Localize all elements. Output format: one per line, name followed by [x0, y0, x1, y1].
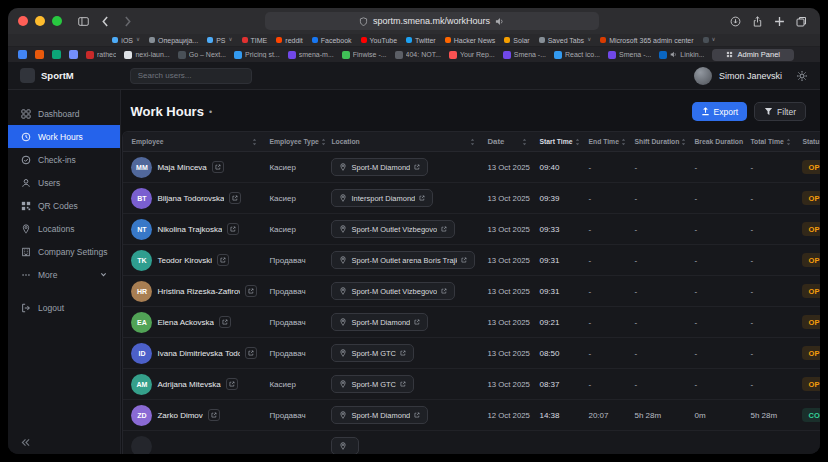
table-row[interactable]: HRHristina Rizeska-ZafirovikПродавачSpor…: [123, 276, 820, 307]
bookmark-item[interactable]: Hacker News: [445, 37, 496, 44]
external-link-icon[interactable]: [229, 192, 241, 204]
table-row[interactable]: BTBiljana TodorovskaКасиерIntersport Dia…: [123, 183, 820, 214]
external-link-icon[interactable]: [226, 378, 238, 390]
location-pill[interactable]: Sport-M Diamond: [331, 313, 428, 331]
browser-tab[interactable]: smena-m...: [288, 51, 334, 59]
browser-tab[interactable]: Go – Next...: [178, 51, 226, 59]
column-header[interactable]: Date: [481, 132, 533, 151]
bookmark-item[interactable]: PS∨: [207, 37, 232, 44]
browser-tab[interactable]: Smena -...: [503, 51, 546, 59]
external-link-icon[interactable]: [414, 164, 420, 170]
browser-tab[interactable]: 404: NOT...: [395, 51, 441, 59]
external-link-icon[interactable]: [227, 223, 239, 235]
column-header[interactable]: Total Time: [744, 132, 796, 151]
sidebar-item-users[interactable]: Users: [8, 171, 120, 194]
column-header[interactable]: End Time: [582, 132, 628, 151]
minimize-button[interactable]: [35, 16, 45, 26]
external-link-icon[interactable]: [461, 257, 467, 263]
column-header[interactable]: Shift Duration: [628, 132, 688, 151]
table-row[interactable]: MMMaja MincevaКасиерSport-M Diamond13 Oc…: [123, 152, 820, 183]
browser-tab[interactable]: Your Rep...: [449, 51, 495, 59]
external-link-icon[interactable]: [419, 195, 425, 201]
browser-tab[interactable]: React ico...: [554, 51, 600, 59]
location-pill[interactable]: Sport-M Outlet arena Boris Trajkovski: [331, 251, 475, 269]
gear-icon[interactable]: [796, 70, 808, 82]
bookmark-item[interactable]: iOS∨: [112, 37, 140, 44]
external-link-icon[interactable]: [400, 381, 406, 387]
bookmark-item[interactable]: YouTube: [361, 37, 398, 44]
table-row[interactable]: ZDZarko DimovПродавачSport-M Diamond12 O…: [123, 400, 820, 431]
table-row[interactable]: AMAdrijana MitevskaКасиерSport-M GTC13 O…: [123, 369, 820, 400]
external-link-icon[interactable]: [400, 350, 406, 356]
audio-icon[interactable]: [495, 17, 504, 26]
close-button[interactable]: [18, 16, 28, 26]
share-icon[interactable]: [749, 13, 766, 30]
export-button[interactable]: Export: [692, 102, 748, 121]
table-row[interactable]: EAElena AckovskaПродавачSport-M Diamond1…: [123, 307, 820, 338]
forward-button[interactable]: [119, 13, 136, 30]
zoom-button[interactable]: [52, 16, 62, 26]
avatar[interactable]: [694, 67, 712, 85]
new-tab-icon[interactable]: [771, 13, 788, 30]
location-pill[interactable]: Sport-M GTC: [331, 375, 414, 393]
bookmark-item[interactable]: Операција...: [149, 37, 198, 44]
bookmark-item[interactable]: reddit: [276, 37, 303, 44]
pinned-tab[interactable]: [69, 50, 78, 59]
browser-tab[interactable]: Finwise -...: [342, 51, 387, 59]
column-header[interactable]: Start Time: [533, 132, 582, 151]
sidebar-item-more[interactable]: More: [8, 263, 120, 286]
pinned-tab[interactable]: [52, 50, 61, 59]
bookmark-item[interactable]: Facebook: [312, 37, 352, 44]
column-header[interactable]: Employee Type: [263, 132, 325, 151]
location-pill[interactable]: Intersport Diamond: [331, 189, 433, 207]
column-header[interactable]: Employee: [123, 132, 263, 151]
browser-tab[interactable]: nexi-laun...: [124, 51, 169, 59]
bookmark-item[interactable]: Saved Tabs∨: [539, 37, 591, 44]
bookmark-item[interactable]: Twitter: [406, 37, 436, 44]
browser-tab[interactable]: Linkin...: [659, 51, 704, 59]
sidebar-toggle-icon[interactable]: [75, 13, 92, 30]
bookmark-item[interactable]: TIME: [242, 37, 268, 44]
location-pill[interactable]: Sport-M Outlet Vizbegovo: [331, 282, 455, 300]
external-link-icon[interactable]: [441, 288, 447, 294]
tab-overview-icon[interactable]: [793, 13, 810, 30]
address-bar[interactable]: sportm.smena.mk/workHours: [265, 12, 599, 30]
external-link-icon[interactable]: [212, 161, 224, 173]
bookmark-item[interactable]: Microsoft 365 admin center: [600, 37, 693, 44]
back-button[interactable]: [97, 13, 114, 30]
pinned-tab[interactable]: [35, 50, 44, 59]
sidebar-item-company-settings[interactable]: Company Settings: [8, 240, 120, 263]
external-link-icon[interactable]: [414, 412, 420, 418]
bookmark-item[interactable]: ∨: [703, 37, 716, 43]
table-row[interactable]: [123, 431, 820, 454]
external-link-icon[interactable]: [208, 409, 220, 421]
external-link-icon[interactable]: [245, 347, 257, 359]
active-tab[interactable]: Admin Panel: [712, 49, 794, 61]
sidebar-item-logout[interactable]: Logout: [8, 296, 120, 319]
browser-tab[interactable]: rathec: [86, 51, 116, 59]
sidebar-item-work-hours[interactable]: Work Hours: [8, 125, 120, 148]
location-pill[interactable]: Sport-M Outlet Vizbegovo: [331, 220, 455, 238]
column-header[interactable]: Status: [796, 132, 820, 151]
sidebar-item-check-ins[interactable]: Check-ins: [8, 148, 120, 171]
external-link-icon[interactable]: [217, 254, 229, 266]
browser-tab[interactable]: Smena -...: [608, 51, 651, 59]
sidebar-item-qr-codes[interactable]: QR Codes: [8, 194, 120, 217]
external-link-icon[interactable]: [441, 226, 447, 232]
location-pill[interactable]: Sport-M GTC: [331, 344, 414, 362]
external-link-icon[interactable]: [414, 319, 420, 325]
sidebar-item-dashboard[interactable]: Dashboard: [8, 102, 120, 125]
external-link-icon[interactable]: [245, 285, 257, 297]
column-header[interactable]: Location: [325, 132, 481, 151]
search-input[interactable]: [130, 68, 252, 84]
table-row[interactable]: NTNikolina TrajkoskaКасиерSport-M Outlet…: [123, 214, 820, 245]
table-row[interactable]: IDIvana Dimitrievska TodorovskaПродавачS…: [123, 338, 820, 369]
external-link-icon[interactable]: [219, 316, 231, 328]
collapse-sidebar-icon[interactable]: [21, 438, 30, 447]
download-icon[interactable]: [727, 13, 744, 30]
filter-button[interactable]: Filter: [754, 102, 806, 121]
location-pill[interactable]: Sport-M Diamond: [331, 406, 428, 424]
bookmark-item[interactable]: Solar: [504, 37, 529, 44]
browser-tab[interactable]: Pricing st...: [234, 51, 280, 59]
sidebar-item-locations[interactable]: Locations: [8, 217, 120, 240]
